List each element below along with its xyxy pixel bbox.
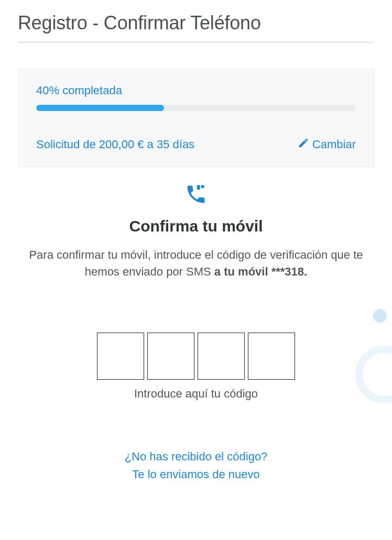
confirm-section: Confirma tu móvil Para confirmar tu móvi… <box>18 183 374 280</box>
code-digit-2[interactable] <box>147 333 194 380</box>
progress-fill <box>36 105 164 111</box>
pencil-icon <box>298 137 309 152</box>
page-container: Registro - Confirmar Teléfono 40% comple… <box>0 0 392 504</box>
resend-block: ¿No has recibido el código? Te lo enviam… <box>18 448 374 483</box>
change-loan-label: Cambiar <box>312 138 356 151</box>
code-digit-4[interactable] <box>248 333 295 380</box>
resend-link[interactable]: Te lo enviamos de nuevo <box>132 468 259 481</box>
change-loan-link[interactable]: Cambiar <box>298 137 356 152</box>
resend-question: ¿No has recibido el código? <box>18 448 374 466</box>
code-entry-section: Introduce aquí tu código <box>18 333 374 401</box>
progress-label: 40% completada <box>36 84 356 97</box>
code-hint: Introduce aquí tu código <box>18 387 374 401</box>
instruction-text: Para confirmar tu móvil, introduce el có… <box>29 248 363 278</box>
progress-bar <box>36 105 356 111</box>
code-inputs <box>18 333 374 380</box>
confirm-heading: Confirma tu móvil <box>18 217 374 235</box>
svg-rect-0 <box>197 185 200 190</box>
svg-rect-1 <box>201 185 204 189</box>
progress-card: 40% completada Solicitud de 200,00 € a 3… <box>18 69 374 167</box>
loan-request-text: Solicitud de 200,00 € a 35 días <box>36 138 194 151</box>
code-digit-1[interactable] <box>97 333 144 380</box>
page-title: Registro - Confirmar Teléfono <box>18 5 374 42</box>
phone-voicemail-icon <box>184 183 208 208</box>
confirm-instruction: Para confirmar tu móvil, introduce el có… <box>18 247 374 280</box>
phone-icon-wrap <box>18 183 374 208</box>
instruction-bold: a tu móvil ***318. <box>214 265 307 278</box>
loan-request-row: Solicitud de 200,00 € a 35 días Cambiar <box>36 137 356 152</box>
code-digit-3[interactable] <box>198 333 245 380</box>
